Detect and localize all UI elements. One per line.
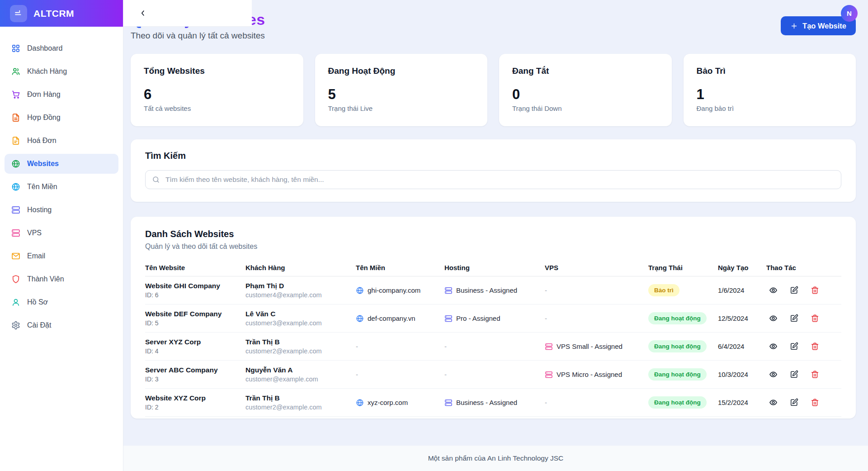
domain-cell: - bbox=[356, 371, 444, 378]
column-header: Tên Website bbox=[145, 264, 245, 271]
sidebar-item-hợp-đồng[interactable]: Hợp Đồng bbox=[5, 108, 118, 128]
server-icon bbox=[545, 343, 553, 351]
view-button[interactable] bbox=[769, 398, 778, 407]
sidebar-item-cài-đặt[interactable]: Cài Đặt bbox=[5, 315, 118, 335]
customer-name: Trần Thị B bbox=[245, 394, 356, 402]
user-avatar[interactable]: N bbox=[841, 5, 858, 22]
sidebar-item-websites[interactable]: Websites bbox=[5, 154, 118, 174]
stat-cards: Tổng Websites 6 Tất cả websites Đang Hoạ… bbox=[131, 54, 856, 126]
globe-icon bbox=[356, 286, 364, 295]
website-name: Server XYZ Corp bbox=[145, 338, 245, 346]
server-icon bbox=[545, 371, 553, 379]
footer-text: Một sản phẩm của An Linh Technology JSC bbox=[428, 454, 564, 462]
stat-value: 5 bbox=[328, 87, 475, 102]
vps-value: VPS Micro - Assigned bbox=[557, 371, 622, 378]
sidebar-item-vps[interactable]: VPS bbox=[5, 223, 118, 243]
vps-value: - bbox=[545, 286, 547, 294]
edit-button[interactable] bbox=[790, 398, 798, 407]
vps-cell: - bbox=[545, 286, 648, 294]
hosting-cell: Pro - Assigned bbox=[444, 314, 545, 323]
sidebar-item-hồ-sơ[interactable]: Hồ Sơ bbox=[5, 292, 118, 312]
table-row: Website DEF Company ID: 5 Lê Văn C custo… bbox=[145, 304, 841, 333]
website-name: Website XYZ Corp bbox=[145, 394, 245, 402]
search-input[interactable] bbox=[165, 175, 835, 184]
sidebar-item-label: Đơn Hàng bbox=[27, 90, 61, 99]
sidebar-item-label: Hosting bbox=[27, 206, 52, 214]
status-badge: Đang hoạt động bbox=[648, 368, 707, 381]
column-header: Ngày Tạo bbox=[718, 264, 766, 271]
edit-button[interactable] bbox=[790, 370, 798, 379]
hosting-value: Pro - Assigned bbox=[456, 314, 500, 322]
sidebar-item-label: Cài Đặt bbox=[27, 321, 51, 329]
plus-icon bbox=[790, 22, 798, 30]
edit-button[interactable] bbox=[790, 342, 798, 351]
view-button[interactable] bbox=[769, 342, 778, 351]
sidebar-item-label: VPS bbox=[27, 229, 42, 237]
edit-icon bbox=[790, 398, 798, 407]
invoice-icon bbox=[11, 136, 20, 145]
sidebar-item-dashboard[interactable]: Dashboard bbox=[5, 38, 118, 58]
vps-value: - bbox=[545, 314, 547, 322]
delete-button[interactable] bbox=[811, 370, 819, 379]
view-button[interactable] bbox=[769, 286, 778, 295]
table-row: Website XYZ Corp ID: 2 Trần Thị B custom… bbox=[145, 389, 841, 417]
website-id: ID: 2 bbox=[145, 404, 245, 411]
dashboard-icon bbox=[11, 44, 20, 53]
logo-bars-icon bbox=[10, 5, 27, 22]
user-icon bbox=[11, 298, 20, 307]
hosting-value: - bbox=[444, 371, 447, 378]
delete-button[interactable] bbox=[811, 314, 819, 323]
domain-cell: - bbox=[356, 343, 444, 350]
delete-button[interactable] bbox=[811, 342, 819, 351]
stat-value: 0 bbox=[512, 87, 659, 102]
sidebar-item-email[interactable]: Email bbox=[5, 246, 118, 266]
search-box bbox=[145, 170, 841, 189]
domain-value: ghi-company.com bbox=[368, 286, 420, 294]
customer-email: customer4@example.com bbox=[245, 291, 356, 299]
delete-button[interactable] bbox=[811, 398, 819, 407]
vps-cell: - bbox=[545, 399, 648, 406]
sidebar-item-hosting[interactable]: Hosting bbox=[5, 200, 118, 220]
globe-icon bbox=[356, 399, 364, 407]
sidebar-item-tên-miền[interactable]: Tên Miền bbox=[5, 177, 118, 197]
sidebar-item-thành-viên[interactable]: Thành Viên bbox=[5, 269, 118, 289]
website-name: Server ABC Company bbox=[145, 366, 245, 374]
trash-icon bbox=[811, 398, 819, 407]
view-button[interactable] bbox=[769, 314, 778, 323]
sidebar-item-hoá-đơn[interactable]: Hoá Đơn bbox=[5, 131, 118, 151]
sidebar-collapse-button[interactable] bbox=[136, 6, 150, 20]
hosting-cell: Business - Assigned bbox=[444, 286, 545, 295]
row-actions bbox=[766, 370, 841, 379]
edit-button[interactable] bbox=[790, 314, 798, 323]
stat-card: Đang Tắt 0 Trạng thái Down bbox=[499, 54, 672, 126]
sidebar-item-label: Hợp Đồng bbox=[27, 114, 61, 122]
stat-card: Tổng Websites 6 Tất cả websites bbox=[131, 54, 303, 126]
website-name: Website DEF Company bbox=[145, 310, 245, 318]
sidebar-item-khách-hàng[interactable]: Khách Hàng bbox=[5, 62, 118, 81]
sidebar-item-đơn-hàng[interactable]: Đơn Hàng bbox=[5, 85, 118, 105]
sidebar-item-label: Hoá Đơn bbox=[27, 137, 57, 145]
brand-name: ALTCRM bbox=[33, 8, 74, 19]
websites-table: Tên WebsiteKhách HàngTên MiềnHostingVPST… bbox=[145, 259, 841, 417]
edit-icon bbox=[790, 370, 798, 379]
globe-icon bbox=[11, 159, 20, 168]
hosting-value: Business - Assigned bbox=[456, 286, 517, 294]
customer-name: Lê Văn C bbox=[245, 310, 356, 318]
customer-email: customer3@example.com bbox=[245, 319, 356, 327]
column-header: Tên Miền bbox=[356, 264, 444, 271]
website-id: ID: 6 bbox=[145, 291, 245, 299]
users-icon bbox=[11, 67, 20, 76]
delete-button[interactable] bbox=[811, 286, 819, 295]
contract-icon bbox=[11, 113, 20, 122]
hosting-value: Business - Assigned bbox=[456, 399, 517, 406]
website-id: ID: 5 bbox=[145, 319, 245, 327]
websites-table-card: Danh Sách Websites Quản lý và theo dõi t… bbox=[131, 217, 856, 419]
server-icon bbox=[11, 228, 20, 238]
vps-cell: VPS Small - Assigned bbox=[545, 343, 648, 351]
edit-button[interactable] bbox=[790, 286, 798, 295]
stat-caption: Trạng thái Live bbox=[328, 105, 475, 112]
domain-value: - bbox=[356, 371, 358, 378]
view-button[interactable] bbox=[769, 370, 778, 379]
main-content: Quản Lý Websites Theo dõi và quản lý tất… bbox=[123, 0, 868, 419]
sidebar-nav: Dashboard Khách Hàng Đơn Hàng Hợp Đồng H… bbox=[0, 27, 123, 335]
